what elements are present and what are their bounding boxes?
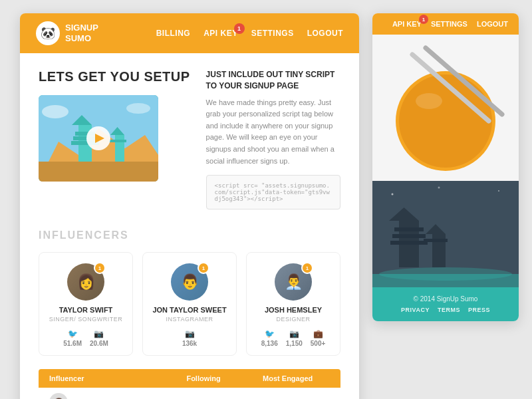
ramen-illustration xyxy=(372,35,519,181)
josh-instagram-count: 1,150 xyxy=(286,340,303,347)
svg-point-31 xyxy=(379,267,512,281)
josh-stats: 🐦 8,136 📷 1,150 💼 500+ xyxy=(255,329,332,347)
right-header: API KEY 1 SETTINGS LOGOUT xyxy=(372,13,519,35)
api-key-badge: 1 xyxy=(234,23,245,34)
josh-linkedin-stat: 💼 500+ xyxy=(311,329,326,347)
josh-role: DESIGNER xyxy=(255,316,332,323)
col-most-engaged: Most Engaged xyxy=(245,374,330,382)
svg-rect-25 xyxy=(392,234,426,238)
right-nav-api-key[interactable]: API KEY 1 xyxy=(392,20,422,28)
jon-name: JON TAYLOR SWEET xyxy=(151,306,228,314)
instagram-count: 20.6M xyxy=(90,340,108,347)
jon-instagram-stat: 📷 136k xyxy=(182,329,197,347)
dark-pagoda-area xyxy=(372,181,519,287)
influencer-card-jon-taylor-sweet: 👨 1 JON TAYLOR SWEET INSTAGRAMER 📷 136k xyxy=(142,252,237,356)
logo-text: SIGNUP SUMO xyxy=(65,23,98,43)
taylor-swift-role: SINGER/ SONGWRITER xyxy=(47,316,124,323)
setup-title: LETS GET YOU SETUP xyxy=(39,69,190,84)
josh-badge: 1 xyxy=(301,262,313,274)
script-code-box[interactable]: <script src= "assets.signupsumo.com/scri… xyxy=(206,175,340,209)
table-row: 👩 Betty Peterson 1,607,748 🐦 107421 xyxy=(39,388,340,399)
table-header: Influencer Following Most Engaged xyxy=(39,369,340,388)
jon-badge: 1 xyxy=(198,262,209,274)
col-influencer: Influencer xyxy=(49,374,162,382)
footer-privacy[interactable]: PRIVACY xyxy=(401,307,430,313)
influencer-card-taylor-swift: 👩 1 TAYLOR SWIFT SINGER/ SONGWRITER 🐦 51… xyxy=(39,252,133,356)
right-card: API KEY 1 SETTINGS LOGOUT xyxy=(372,13,519,321)
svg-point-21 xyxy=(438,187,440,189)
right-nav-logout[interactable]: LOGOUT xyxy=(477,20,508,28)
row1-avatar: 👩 xyxy=(49,393,68,399)
svg-point-12 xyxy=(126,103,150,114)
footer-terms[interactable]: TERMS xyxy=(438,307,460,313)
play-button[interactable] xyxy=(86,126,110,150)
josh-avatar-wrap: 👨‍💼 1 xyxy=(275,263,312,301)
ramen-svg xyxy=(372,35,519,181)
influencer-card-josh-hemsley: 👨‍💼 1 JOSH HEMSLEY DESIGNER 🐦 8,136 📷 1,… xyxy=(246,252,340,356)
taylor-swift-avatar-wrap: 👩 1 xyxy=(67,263,104,301)
footer-press[interactable]: PRESS xyxy=(468,307,490,313)
josh-twitter-icon: 🐦 xyxy=(265,329,275,338)
svg-rect-26 xyxy=(390,241,428,245)
josh-linkedin-count: 500+ xyxy=(311,340,326,347)
setup-right: JUST INCLUDE OUT TINY SCRIPT TO YOUR SIG… xyxy=(206,69,340,209)
instagram-stat: 📷 20.6M xyxy=(90,329,108,347)
main-card: 🐼 SIGNUP SUMO BILLING API KEY 1 SETTINGS… xyxy=(20,13,359,399)
footer-copyright: © 2014 SignUp Sumo xyxy=(383,295,508,303)
footer-links: PRIVACY TERMS PRESS xyxy=(383,307,508,313)
nav-billing[interactable]: BILLING xyxy=(156,29,191,38)
josh-instagram-stat: 📷 1,150 xyxy=(286,329,303,347)
influencer-table: Influencer Following Most Engaged 👩 Bett… xyxy=(39,369,340,399)
jon-instagram-icon: 📷 xyxy=(185,329,195,338)
josh-twitter-count: 8,136 xyxy=(261,340,278,347)
nav-logout[interactable]: LOGOUT xyxy=(307,29,343,38)
nav-settings[interactable]: SETTINGS xyxy=(251,29,294,38)
script-title: JUST INCLUDE OUT TINY SCRIPT TO YOUR SIG… xyxy=(206,69,340,92)
jon-instagram-count: 136k xyxy=(182,340,197,347)
right-nav-settings[interactable]: SETTINGS xyxy=(431,20,467,28)
nav-api-key[interactable]: API KEY 1 xyxy=(203,29,238,38)
jon-role: INSTAGRAMER xyxy=(151,316,228,323)
col-following: Following xyxy=(162,374,246,382)
svg-point-14 xyxy=(399,74,492,168)
right-footer: © 2014 SignUp Sumo PRIVACY TERMS PRESS xyxy=(372,287,519,321)
svg-point-19 xyxy=(392,194,394,196)
logo: 🐼 SIGNUP SUMO xyxy=(36,21,98,45)
josh-name: JOSH HEMSLEY xyxy=(255,306,332,314)
setup-section: LETS GET YOU SETUP xyxy=(39,69,340,209)
influencers-title: INFLUENCERS xyxy=(39,229,340,241)
right-api-badge: 1 xyxy=(419,15,428,24)
taylor-swift-badge: 1 xyxy=(94,262,106,274)
josh-linkedin-icon: 💼 xyxy=(313,329,323,338)
svg-rect-2 xyxy=(39,162,158,182)
svg-rect-29 xyxy=(424,239,448,242)
svg-rect-24 xyxy=(394,227,424,231)
taylor-swift-name: TAYLOR SWIFT xyxy=(47,306,124,314)
jon-stats: 📷 136k xyxy=(151,329,228,347)
svg-point-20 xyxy=(498,190,499,192)
twitter-stat: 🐦 51.6M xyxy=(63,329,82,347)
twitter-count: 51.6M xyxy=(63,340,82,347)
svg-rect-10 xyxy=(109,140,126,142)
twitter-icon: 🐦 xyxy=(68,329,78,338)
logo-icon: 🐼 xyxy=(36,21,60,45)
main-content: LETS GET YOU SETUP xyxy=(20,53,359,399)
svg-rect-8 xyxy=(115,135,124,162)
video-thumbnail[interactable] xyxy=(39,95,158,182)
taylor-swift-stats: 🐦 51.6M 📷 20.6M xyxy=(47,329,124,347)
dark-pagoda-svg xyxy=(372,181,519,287)
main-nav: BILLING API KEY 1 SETTINGS LOGOUT xyxy=(156,29,343,38)
josh-twitter-stat: 🐦 8,136 xyxy=(261,329,278,347)
script-desc: We have made things pretty easy. Just gr… xyxy=(206,97,340,168)
influencer-cards: 👩 1 TAYLOR SWIFT SINGER/ SONGWRITER 🐦 51… xyxy=(39,252,340,356)
jon-avatar-wrap: 👨 1 xyxy=(171,263,208,301)
svg-point-17 xyxy=(416,93,442,109)
svg-point-11 xyxy=(42,105,68,118)
main-header: 🐼 SIGNUP SUMO BILLING API KEY 1 SETTINGS… xyxy=(20,13,359,53)
setup-left: LETS GET YOU SETUP xyxy=(39,69,190,209)
instagram-icon: 📷 xyxy=(94,329,104,338)
play-icon xyxy=(95,134,104,143)
josh-instagram-icon: 📷 xyxy=(289,329,299,338)
